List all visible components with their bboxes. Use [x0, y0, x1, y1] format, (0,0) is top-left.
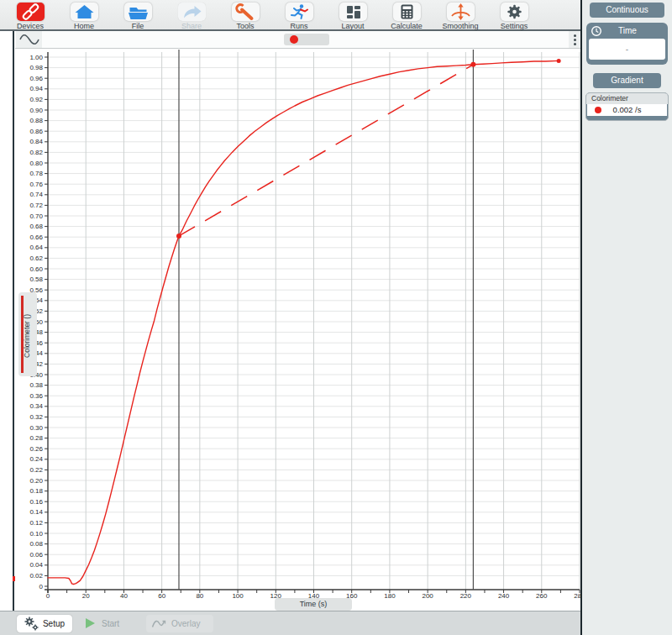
toolbar-button-tools[interactable]: Tools [218, 3, 272, 30]
svg-text:0.96: 0.96 [29, 75, 43, 82]
svg-text:0.98: 0.98 [29, 64, 43, 71]
svg-text:80: 80 [196, 592, 203, 600]
toolbar-button-home[interactable]: Home [57, 3, 111, 30]
smoothing-slider[interactable] [284, 34, 329, 45]
svg-text:0.18: 0.18 [29, 487, 43, 495]
toolbar-button-devices[interactable]: Devices [3, 3, 57, 30]
start-button[interactable]: Start [82, 615, 136, 632]
toolbar-button-calculate[interactable]: Calculate [380, 3, 433, 30]
svg-text:0.64: 0.64 [29, 244, 43, 251]
toolbar-button-share[interactable]: Share [165, 3, 218, 30]
gradient-value: 0.002 /s [613, 105, 642, 114]
svg-text:1.00: 1.00 [29, 54, 43, 61]
mode-button[interactable]: Continuous [590, 3, 664, 18]
svg-text:0.14: 0.14 [29, 508, 43, 516]
right-panel: Continuous Time - Gradient Colorimeter 0… [580, 0, 672, 635]
time-card-title: Time [602, 26, 653, 35]
gradient-button[interactable]: Gradient [593, 73, 661, 88]
svg-text:220: 220 [460, 592, 472, 600]
toolbar-button-layout[interactable]: Layout [326, 3, 380, 30]
svg-text:0.06: 0.06 [29, 551, 43, 559]
svg-text:0.34: 0.34 [29, 402, 43, 410]
gradient-card[interactable]: Colorimeter 0.002 /s [585, 92, 669, 121]
slider-knob[interactable] [290, 35, 298, 44]
svg-text:0.68: 0.68 [29, 223, 43, 230]
time-card[interactable]: Time - [586, 23, 668, 65]
svg-text:180: 180 [384, 592, 396, 600]
setup-button[interactable]: Setup [17, 615, 72, 632]
svg-text:0.80: 0.80 [29, 160, 43, 167]
svg-text:0.88: 0.88 [29, 117, 43, 124]
svg-text:0.70: 0.70 [29, 213, 43, 220]
plot-area[interactable]: 00.020.040.060.080.100.120.140.160.180.2… [15, 49, 580, 611]
home-icon [71, 3, 98, 21]
calculator-icon [393, 3, 421, 21]
sine-wave-icon [18, 33, 40, 46]
svg-text:0.36: 0.36 [29, 392, 43, 400]
svg-text:20: 20 [82, 592, 90, 600]
svg-text:0.78: 0.78 [29, 170, 43, 177]
svg-text:0.84: 0.84 [29, 138, 43, 145]
svg-text:0.82: 0.82 [29, 149, 43, 156]
svg-text:0.12: 0.12 [29, 519, 43, 527]
svg-text:0.22: 0.22 [29, 466, 43, 474]
toolbar-button-smoothing[interactable]: Smoothing [433, 3, 487, 30]
gradient-sensor-label: Colorimeter [586, 93, 668, 104]
svg-text:0.28: 0.28 [29, 434, 43, 442]
svg-text:280: 280 [574, 592, 580, 600]
svg-text:0.20: 0.20 [29, 477, 43, 485]
graph-type-button[interactable] [16, 31, 42, 48]
svg-text:40: 40 [120, 592, 128, 600]
svg-text:0.02: 0.02 [29, 572, 43, 580]
svg-text:0.86: 0.86 [29, 128, 43, 135]
svg-text:0.90: 0.90 [29, 107, 43, 114]
svg-text:0.76: 0.76 [29, 181, 43, 188]
svg-text:0.60: 0.60 [29, 265, 43, 273]
svg-text:0.62: 0.62 [29, 255, 43, 262]
runner-icon [286, 3, 313, 21]
clock-icon [591, 25, 602, 37]
svg-text:0.16: 0.16 [29, 498, 43, 506]
left-margin [0, 31, 14, 611]
x-axis-label[interactable]: Time (s) [275, 598, 352, 611]
svg-text:100: 100 [232, 592, 244, 600]
svg-text:0.58: 0.58 [29, 276, 43, 283]
svg-text:0.66: 0.66 [29, 234, 43, 241]
toolbar-button-runs[interactable]: Runs [272, 3, 326, 30]
bottom-bar: Setup Start Overlay [0, 611, 580, 635]
toolbar-button-file[interactable]: File [111, 3, 165, 30]
overlay-button[interactable]: Overlay [146, 615, 213, 632]
svg-text:0: 0 [39, 583, 44, 590]
toolbar-button-settings[interactable]: Settings [487, 3, 541, 30]
smoothing-icon [447, 3, 475, 21]
share-arrow-icon [178, 3, 206, 21]
wrench-icon [232, 3, 260, 21]
chart-canvas[interactable]: 00.020.040.060.080.100.120.140.160.180.2… [15, 49, 580, 611]
svg-text:0.72: 0.72 [29, 202, 43, 209]
y-axis-label[interactable]: Colorimeter () [18, 292, 37, 376]
link-icon [17, 3, 45, 21]
overlay-curve-icon [151, 617, 166, 629]
gear-icon [501, 3, 528, 21]
setup-gears-icon [24, 617, 39, 631]
svg-text:0.92: 0.92 [29, 96, 43, 103]
svg-text:0.30: 0.30 [29, 424, 43, 432]
svg-text:240: 240 [498, 592, 510, 600]
series-color-dot [595, 107, 601, 113]
svg-text:0.26: 0.26 [29, 445, 43, 453]
svg-text:260: 260 [536, 592, 548, 600]
folder-icon [124, 3, 152, 21]
svg-text:0.94: 0.94 [29, 85, 43, 92]
svg-text:0.10: 0.10 [29, 530, 43, 538]
toolbar: Devices Home File Share Tools [0, 0, 580, 31]
time-value: - [589, 39, 665, 60]
svg-text:0.08: 0.08 [29, 540, 43, 548]
svg-text:0.38: 0.38 [29, 381, 43, 389]
play-icon [86, 618, 95, 628]
svg-text:0.24: 0.24 [29, 455, 43, 463]
svg-text:60: 60 [158, 592, 165, 600]
chart-menu-button[interactable] [569, 31, 580, 48]
chart-header [15, 31, 580, 49]
svg-text:0.74: 0.74 [29, 191, 43, 198]
svg-text:0.04: 0.04 [29, 561, 43, 569]
